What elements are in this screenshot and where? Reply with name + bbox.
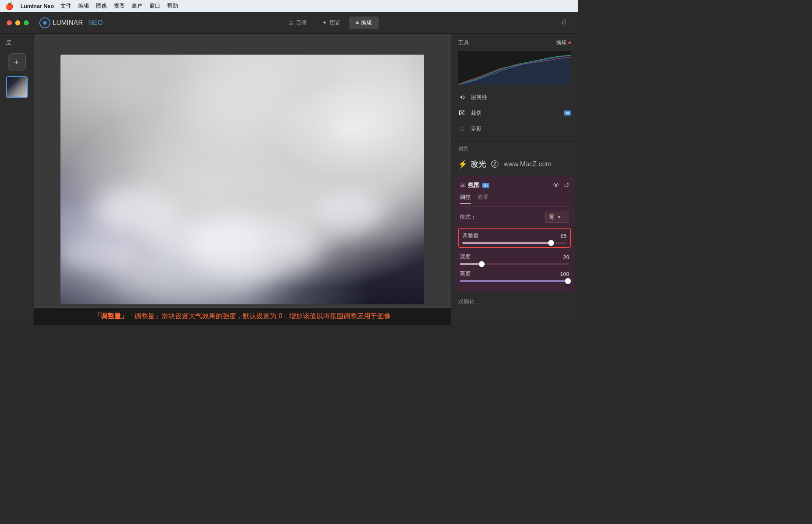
edit-icon: ≡ [356, 19, 359, 26]
mode-row: 模式： 雾 ▾ [460, 212, 569, 223]
tab-edit[interactable]: ≡ 编辑 [349, 17, 379, 29]
atmosphere-icon: ≋ [460, 181, 465, 189]
atmosphere-panel: ≋ 氛围 AI 👁 ↺ 调整 遮罩 模式： [455, 176, 574, 292]
presets-icon: ✦ [322, 19, 327, 26]
watermark-z-icon: Ⓩ [491, 159, 499, 169]
slider-adjustment-fill [462, 242, 551, 244]
slider-brightness-name: 亮度 [460, 270, 471, 278]
apple-menu[interactable]: 🍎 [5, 2, 14, 10]
menubar: 🍎 Luminar Neo 文件 编辑 图像 视图 账户 窗口 帮助 [0, 0, 578, 12]
share-button[interactable]: ⎙ [557, 16, 571, 30]
menu-image[interactable]: 图像 [96, 2, 107, 10]
layer-properties-label: 层属性 [471, 94, 571, 101]
annotation-bar: 「调整量」「调整量」滑块设置大气效果的强度，默认设置为 0，增加该值以将氛围调整… [34, 307, 451, 325]
slider-adjustment-track[interactable] [462, 242, 567, 244]
edit-mode-label: 编辑 [556, 39, 571, 47]
slider-adjustment-name: 调整量 [462, 232, 479, 240]
atmosphere-tab-mask[interactable]: 遮罩 [477, 193, 488, 204]
traffic-light-close[interactable] [7, 20, 12, 25]
image-canvas [60, 55, 424, 304]
edit-text: 编辑 [556, 39, 567, 47]
histogram-svg [458, 51, 571, 85]
app-body: 层 + [0, 34, 578, 325]
app-name: Luminar Neo [20, 3, 54, 9]
atmosphere-title: 氛围 [468, 182, 480, 189]
catalog-icon: 🗂 [288, 19, 294, 26]
atmosphere-ai-badge: AI [482, 183, 489, 188]
watermark-url: www.MacZ.com [504, 160, 551, 168]
logo-luminar-text: LUMINAR [52, 19, 83, 27]
menu-window[interactable]: 窗口 [149, 2, 160, 10]
tools-section: 工具 编辑 [451, 34, 578, 142]
menu-file[interactable]: 文件 [60, 2, 71, 10]
atmosphere-reset-button[interactable]: ↺ [564, 181, 569, 189]
dramatize-label: 戏剧化 [451, 295, 578, 308]
mode-label: 模式： [460, 213, 476, 221]
atmosphere-visibility-button[interactable]: 👁 [553, 182, 560, 189]
canvas-image [60, 55, 424, 304]
menu-help[interactable]: 帮助 [167, 2, 178, 10]
histogram [458, 51, 571, 85]
improve-light-icon: ⚡ [458, 160, 467, 169]
slider-brightness-thumb[interactable] [565, 278, 571, 284]
atmosphere-tabs: 调整 遮罩 [460, 193, 569, 207]
logo-icon [39, 17, 51, 29]
creative-section-label: 创意 [451, 142, 578, 156]
slider-brightness-track[interactable] [460, 280, 569, 282]
improve-light-label: 改光 [471, 159, 486, 169]
crop-icon: ⌧ [458, 109, 466, 117]
menu-account[interactable]: 账户 [132, 2, 143, 10]
edit-label: 编辑 [361, 19, 372, 27]
tools-label-text: 工具 [458, 39, 469, 47]
menu-edit[interactable]: 编辑 [78, 2, 89, 10]
slider-brightness: 亮度 100 [460, 270, 569, 282]
atmosphere-tab-adjust[interactable]: 调整 [460, 193, 471, 204]
layers-label: 层 [0, 39, 11, 47]
slider-adjustment: 调整量 85 [458, 228, 571, 248]
logo-neo-text: NEO [88, 19, 103, 27]
crop-label: 裁切 [471, 109, 560, 117]
canvas-area: 「调整量」「调整量」滑块设置大气效果的强度，默认设置为 0，增加该值以将氛围调整… [34, 34, 451, 325]
mode-select[interactable]: 雾 ▾ [545, 212, 569, 223]
tool-vignette[interactable]: □ 晕影 [458, 121, 571, 136]
mode-value: 雾 [549, 213, 554, 221]
annotation-highlight: 「调整量」 [94, 312, 128, 320]
tools-header: 工具 编辑 [458, 39, 571, 47]
traffic-light-maximize[interactable] [24, 20, 29, 25]
slider-brightness-value: 100 [560, 271, 569, 277]
app-window: LUMINAR NEO 🗂 目录 ✦ 预置 ≡ 编辑 ⎙ [0, 12, 578, 325]
slider-depth-track[interactable] [460, 263, 569, 265]
improve-light-item[interactable]: ⚡ 改光 Ⓩ www.MacZ.com [451, 156, 578, 173]
app-logo: LUMINAR NEO [39, 17, 103, 29]
right-panel: 工具 编辑 [451, 34, 578, 325]
toolbar-left: LUMINAR NEO [7, 17, 103, 29]
slider-depth-value: 20 [563, 254, 569, 260]
layer-thumbnail[interactable] [6, 76, 28, 98]
slider-depth-header: 深度 20 [460, 253, 569, 261]
add-layer-button[interactable]: + [8, 53, 26, 71]
traffic-light-minimize[interactable] [15, 20, 20, 25]
annotation-text: 「调整量」「调整量」滑块设置大气效果的强度，默认设置为 0，增加该值以将氛围调整… [94, 312, 390, 321]
slider-adjustment-thumb[interactable] [548, 240, 554, 246]
atmosphere-header: ≋ 氛围 AI 👁 ↺ [460, 181, 569, 189]
annotation-body: 「调整量」滑块设置大气效果的强度，默认设置为 0，增加该值以将氛围调整应用于图像 [128, 312, 390, 320]
toolbar-center: 🗂 目录 ✦ 预置 ≡ 编辑 [281, 17, 379, 29]
toolbar-right: ⎙ [557, 16, 571, 30]
edit-dot [568, 41, 571, 44]
tab-presets[interactable]: ✦ 预置 [315, 17, 347, 29]
toolbar: LUMINAR NEO 🗂 目录 ✦ 预置 ≡ 编辑 ⎙ [0, 12, 578, 34]
slider-depth-thumb[interactable] [479, 261, 485, 267]
slider-adjustment-header: 调整量 85 [462, 232, 567, 240]
catalog-label: 目录 [296, 19, 307, 27]
menu-view[interactable]: 视图 [114, 2, 125, 10]
tool-layer-properties[interactable]: ⟲ 层属性 [458, 90, 571, 105]
slider-depth-name: 深度 [460, 253, 471, 261]
layer-properties-icon: ⟲ [458, 93, 466, 102]
svg-point-1 [44, 22, 46, 24]
vignette-icon: □ [458, 124, 466, 133]
presets-label: 预置 [329, 19, 340, 27]
tool-crop[interactable]: ⌧ 裁切 AI [458, 105, 571, 121]
tab-catalog[interactable]: 🗂 目录 [281, 17, 314, 29]
atmosphere-controls: 👁 ↺ [553, 181, 569, 189]
layer-thumb-image [7, 77, 27, 97]
